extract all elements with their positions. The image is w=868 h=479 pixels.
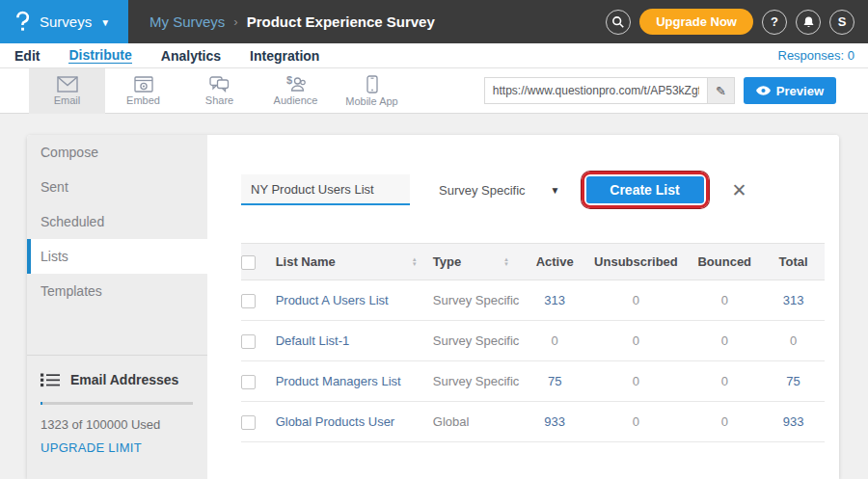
channel-label: Share [205,94,233,106]
row-checkbox[interactable] [241,294,256,308]
breadcrumb: My Surveys › Product Experience Survey [149,13,435,30]
preview-button[interactable]: Preview [744,77,836,104]
row-checkbox[interactable] [241,334,256,349]
preview-label: Preview [776,84,824,98]
channel-label: Embed [126,94,160,106]
sidebar-item-lists[interactable]: Lists [27,239,207,274]
sidebar-item-scheduled[interactable]: Scheduled [27,204,207,239]
embed-icon [134,76,153,93]
email-sidebar: Compose Sent Scheduled Lists Templates E… [27,135,207,479]
active-count[interactable]: 313 [525,280,585,321]
channel-label: Email [54,94,81,106]
table-header-row: List Name ▲▼ Type ▲▼ Active Unsubscribed [241,244,825,280]
channel-label: Mobile App [345,95,397,107]
bounced-count: 0 [687,321,762,361]
close-icon[interactable]: ✕ [732,179,747,201]
table-row: Product Managers List Survey Specific 75… [241,361,825,402]
usage-text: 1323 of 100000 Used [41,417,193,432]
list-name-link[interactable]: Product Managers List [276,374,401,388]
active-count[interactable]: 0 [525,321,585,361]
create-list-row: Survey Specific ▼ Create List ✕ [241,173,839,206]
list-name-link[interactable]: Global Products User [276,414,395,429]
header-type: Type [433,254,461,269]
email-addresses-panel: Email Addresses 1323 of 100000 Used UPGR… [27,355,207,455]
eye-icon [756,86,771,95]
unsubscribed-count: 0 [584,280,687,321]
sidebar-item-sent[interactable]: Sent [27,170,207,204]
notifications-button[interactable] [796,10,821,35]
content-area: Compose Sent Scheduled Lists Templates E… [0,114,868,479]
list-lines-icon [41,373,60,387]
help-button[interactable]: ? [762,10,787,35]
survey-tabs: Edit Distribute Analytics Integration Re… [0,43,868,68]
list-type-cell: Survey Specific [433,280,525,321]
row-checkbox[interactable] [241,375,256,389]
table-row: Global Products User Global 933 0 0 933 [241,402,825,442]
channel-mobile-app[interactable]: Mobile App [334,68,410,114]
email-lists-card: Compose Sent Scheduled Lists Templates E… [27,135,839,479]
survey-url-input[interactable] [485,78,707,103]
tab-edit[interactable]: Edit [14,48,40,64]
total-count[interactable]: 75 [762,361,825,402]
active-count[interactable]: 75 [525,361,585,402]
channel-share[interactable]: Share [181,68,258,114]
list-name-field-wrap [241,174,410,205]
select-all-checkbox[interactable] [241,255,256,270]
bell-icon [802,15,815,29]
unsubscribed-count: 0 [584,402,687,442]
sort-icon[interactable]: ▲▼ [412,257,418,267]
total-count[interactable]: 933 [762,402,825,442]
lists-main-panel: Survey Specific ▼ Create List ✕ List Nam… [207,135,839,479]
audience-icon: $ [285,75,307,93]
upgrade-limit-link[interactable]: UPGRADE LIMIT [41,440,193,455]
active-count[interactable]: 933 [525,402,585,442]
list-type-cell: Survey Specific [433,321,525,361]
unsubscribed-count: 0 [584,321,687,361]
bounced-count: 0 [687,280,762,321]
svg-text:$: $ [286,75,292,86]
table-row: Default List-1 Survey Specific 0 0 0 0 [241,321,825,361]
channel-email[interactable]: Email [29,68,105,114]
list-name-link[interactable]: Default List-1 [276,333,350,348]
lists-table: List Name ▲▼ Type ▲▼ Active Unsubscribed [241,243,825,442]
red-highlight-annotation: Create List [582,172,709,208]
header-list-name: List Name [276,254,336,269]
pencil-icon: ✎ [716,84,726,98]
share-icon [209,76,230,93]
tab-analytics[interactable]: Analytics [161,48,221,64]
list-name-link[interactable]: Product A Users List [276,293,389,307]
total-count[interactable]: 313 [762,280,825,321]
breadcrumb-my-surveys[interactable]: My Surveys [149,13,225,30]
survey-url-box: ✎ [484,77,735,104]
header-unsubscribed: Unsubscribed [584,244,687,280]
top-bar: Surveys ▼ My Surveys › Product Experienc… [0,0,868,43]
list-name-input[interactable] [241,174,410,203]
total-count[interactable]: 0 [762,321,825,361]
tab-distribute[interactable]: Distribute [68,47,131,64]
row-checkbox[interactable] [241,415,256,430]
bounced-count: 0 [687,361,762,402]
channel-audience[interactable]: $ Audience [258,68,334,114]
sidebar-item-compose[interactable]: Compose [27,135,207,170]
sidebar-item-templates[interactable]: Templates [27,274,207,308]
product-switcher[interactable]: Surveys ▼ [0,0,128,43]
sort-icon[interactable]: ▲▼ [503,257,509,267]
responses-count[interactable]: Responses: 0 [778,48,855,63]
header-bounced: Bounced [687,244,762,280]
upgrade-now-button[interactable]: Upgrade Now [639,9,753,35]
breadcrumb-separator: › [233,14,237,29]
tab-integration[interactable]: Integration [250,48,319,64]
topbar-actions: Upgrade Now ? S [606,9,868,35]
create-list-button[interactable]: Create List [586,176,704,203]
mobile-icon [366,75,378,93]
account-avatar[interactable]: S [829,10,854,35]
list-type-cell: Global [433,402,525,442]
email-addresses-title: Email Addresses [70,372,178,387]
list-type-value: Survey Specific [439,183,526,198]
search-button[interactable] [606,10,631,35]
envelope-icon [57,76,78,93]
list-type-select[interactable]: Survey Specific ▼ [439,183,560,198]
channel-embed[interactable]: Embed [105,68,181,114]
unsubscribed-count: 0 [584,361,687,402]
edit-url-button[interactable]: ✎ [707,78,734,103]
